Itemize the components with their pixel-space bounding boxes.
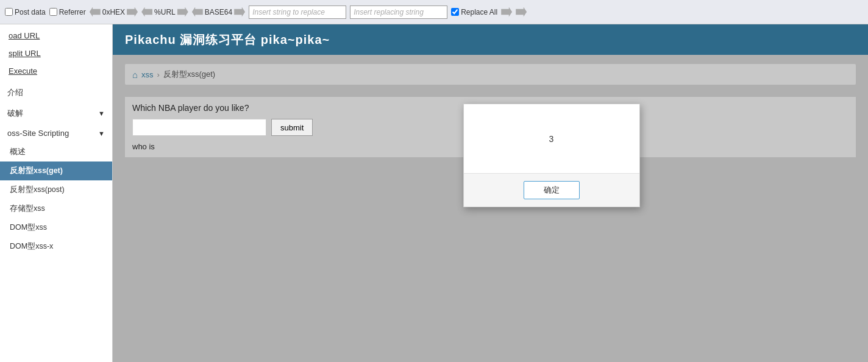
url-arrow-left-icon [141,7,152,17]
sidebar-item-split-url[interactable]: split URL [0,44,112,62]
post-data-item: Post data [5,8,46,16]
sidebar-item-dom-xss-label: DOM型xss [10,223,47,232]
base64-item: BASE64 [192,7,245,17]
referrer-label: Referrer [59,8,86,16]
toolbar: Post data Referrer 0xHEX %URL BASE64 Rep… [0,0,868,24]
sidebar-item-stored-xss[interactable]: 存储型xss [0,199,112,218]
modal-value: 3 [549,134,554,144]
hex-arrow-left-icon [90,7,101,17]
base64-arrow-left-icon [192,7,203,17]
sidebar-item-dom-xss-x-label: DOM型xss-x [10,242,53,250]
sidebar-item-crack[interactable]: 破解 ▼ [0,103,112,124]
url-arrow-right-icon [177,7,188,17]
url-item: %URL [141,7,188,17]
post-data-checkbox[interactable] [5,8,13,16]
xss-chevron-down-icon: ▼ [98,130,105,137]
modal-body: 3 [464,104,639,174]
left-panel: oad URL split URL Execute 介绍 破解 ▼ oss-Si… [0,24,113,362]
sidebar-item-execute[interactable]: Execute [0,62,112,80]
replace-all-label: Replace All [461,8,497,16]
referrer-checkbox[interactable] [49,8,57,16]
sidebar-item-dom-xss[interactable]: DOM型xss [0,218,112,237]
hex-item: 0xHEX [90,7,138,17]
chevron-down-icon: ▼ [98,110,105,117]
replace-with-input[interactable] [350,5,447,19]
sidebar-item-xss-label: oss-Site Scripting [7,129,69,138]
modal-box: 3 确定 [463,104,640,207]
sidebar-item-intro-label: 介绍 [7,87,23,98]
sidebar-item-reflected-get-label: 反射型xss(get) [10,166,63,175]
sidebar-item-overview[interactable]: 概述 [0,143,112,161]
sidebar-item-dom-xss-x[interactable]: DOM型xss-x [0,237,112,256]
modal-ok-button[interactable]: 确定 [524,181,580,199]
referrer-item: Referrer [49,8,86,16]
replace-arrow-right2-icon [516,7,527,17]
replace-search-input[interactable] [249,5,346,19]
modal-overlay: 3 确定 [113,55,868,362]
sidebar-item-reflected-post[interactable]: 反射型xss(post) [0,180,112,199]
base64-arrow-right-icon [234,7,245,17]
sidebar-item-reflected-post-label: 反射型xss(post) [10,185,65,194]
url-label: %URL [154,8,176,16]
sidebar-item-stored-xss-label: 存储型xss [10,204,45,213]
left-top-items: oad URL split URL Execute [0,24,112,82]
hex-label: 0xHEX [102,8,125,16]
sidebar-item-load-url[interactable]: oad URL [0,27,112,44]
header-bar: Pikachu 漏洞练习平台 pika~pika~ [113,24,868,55]
post-data-label: Post data [15,8,46,16]
sidebar-item-reflected-get[interactable]: 反射型xss(get) [0,161,112,180]
replace-all-item: Replace All [451,8,497,16]
base64-label: BASE64 [205,8,232,16]
replace-arrow-right-icon [501,7,512,17]
hex-arrow-right-icon [127,7,138,17]
sidebar-item-crack-label: 破解 [7,108,23,119]
replace-all-checkbox[interactable] [451,8,459,16]
sidebar-item-xss[interactable]: oss-Site Scripting ▼ [0,124,112,143]
sidebar-item-intro[interactable]: 介绍 [0,82,112,103]
sidebar-item-overview-label: 概述 [10,147,26,156]
header-title: Pikachu 漏洞练习平台 pika~pika~ [125,32,330,48]
modal-footer: 确定 [464,174,639,207]
